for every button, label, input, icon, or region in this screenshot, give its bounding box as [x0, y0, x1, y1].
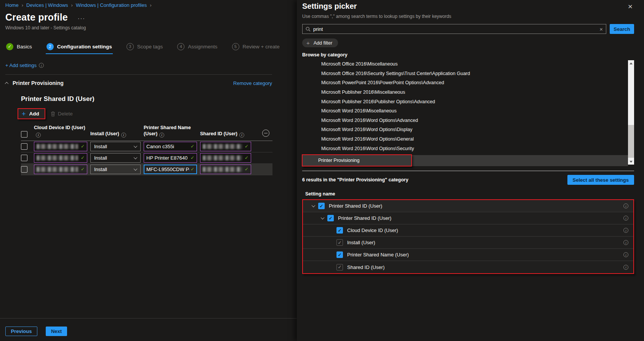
breadcrumb-link-devices-windows[interactable]: Devices | Windows: [26, 2, 68, 8]
clear-search-icon[interactable]: ×: [599, 26, 603, 32]
chevron-down-icon[interactable]: [320, 216, 324, 219]
printer-shared-name-input[interactable]: HP Printer E87640✓: [144, 153, 197, 163]
category-item-microsoft-word-2016-miscellaneous[interactable]: Microsoft Word 2016\Miscellaneous: [302, 106, 634, 116]
valid-check-icon: ✓: [80, 155, 85, 160]
install-cell: Install: [90, 165, 144, 174]
info-icon[interactable]: i: [36, 133, 41, 138]
scrollbar[interactable]: [628, 60, 634, 165]
settings-tree: ✓Printer Shared ID (User)i✓Printer Share…: [302, 199, 634, 274]
close-icon[interactable]: ×: [626, 2, 634, 11]
cloud-device-id-input[interactable]: ✓: [34, 165, 87, 174]
remove-setting-icon[interactable]: [262, 130, 269, 137]
tab-review-create[interactable]: 5Review + create: [231, 43, 280, 54]
category-item-selected[interactable]: Printer Provisioning: [302, 155, 628, 166]
category-item-microsoft-word-2016-word-options-general[interactable]: Microsoft Word 2016\Word Options\General: [302, 134, 634, 144]
previous-button[interactable]: Previous: [5, 327, 37, 336]
add-button-highlight-box: + Add: [18, 108, 45, 119]
install-dropdown[interactable]: Install: [90, 142, 141, 151]
setting-row-install-user-3[interactable]: ✓Install (User)i: [303, 237, 633, 249]
printer-shared-name-input[interactable]: Canon c355i✓: [144, 142, 197, 151]
search-box[interactable]: ×: [302, 24, 606, 34]
scroll-up-button[interactable]: [628, 60, 634, 66]
shared-id-cell: ✓: [200, 165, 254, 174]
overflow-menu-icon[interactable]: ···: [78, 15, 85, 23]
info-icon[interactable]: i: [623, 252, 628, 257]
setting-checkbox[interactable]: ✓: [336, 227, 343, 234]
category-item-microsoft-office-2016-security-settings-[interactable]: Microsoft Office 2016\Security Settings\…: [302, 69, 634, 78]
category-item-microsoft-word-2016-word-options-securit[interactable]: Microsoft Word 2016\Word Options\Securit…: [302, 144, 634, 153]
category-item-microsoft-word-2016-word-options-display[interactable]: Microsoft Word 2016\Word Options\Display: [302, 125, 634, 134]
category-item-microsoft-word-2016-word-options-advance[interactable]: Microsoft Word 2016\Word Options\Advance…: [302, 116, 634, 125]
info-icon[interactable]: i: [121, 133, 126, 138]
cloud-device-id-input[interactable]: ✓: [34, 153, 87, 163]
delete-row-button[interactable]: Delete: [51, 111, 73, 117]
plus-icon: +: [22, 111, 26, 117]
row-checkbox[interactable]: [21, 155, 27, 161]
printer-settings-table: Cloud Device ID (User)iInstall (User)iPr…: [21, 123, 272, 175]
shared-id-input[interactable]: ✓: [200, 165, 251, 174]
shared-id-input[interactable]: ✓: [200, 153, 251, 163]
printer-shared-name-input[interactable]: MFC-L9550CDW Print✓: [144, 165, 197, 174]
category-item-microsoft-publisher-2016-miscellaneous[interactable]: Microsoft Publisher 2016\Miscellaneous: [302, 88, 634, 97]
info-icon[interactable]: i: [623, 216, 628, 221]
install-dropdown[interactable]: Install: [90, 165, 141, 174]
category-item-microsoft-powerpoint-2016-powerpoint-opt[interactable]: Microsoft PowerPoint 2016\PowerPoint Opt…: [302, 78, 634, 88]
select-all-checkbox[interactable]: [21, 131, 27, 138]
select-all-settings-button[interactable]: Select all these settings: [567, 175, 634, 185]
page-title: Create profile: [5, 12, 68, 23]
setting-row-printer-shared-id-user-0[interactable]: ✓Printer Shared ID (User)i: [303, 200, 633, 212]
breadcrumb-link-windows-configuration-profiles[interactable]: Windows | Configuration profiles: [76, 2, 147, 8]
setting-row-shared-id-user-5[interactable]: ✓Shared ID (User)i: [303, 261, 633, 273]
info-icon[interactable]: i: [623, 203, 628, 208]
info-icon[interactable]: i: [159, 133, 164, 138]
setting-checkbox[interactable]: ✓: [327, 215, 334, 221]
redacted-value: [37, 144, 78, 149]
install-cell: Install: [90, 153, 144, 163]
input-value: MFC-L9550CDW Print: [146, 166, 189, 172]
add-filter-button[interactable]: + Add filter: [302, 38, 338, 47]
search-input[interactable]: [313, 26, 597, 32]
setting-checkbox[interactable]: ✓: [318, 203, 325, 209]
row-checkbox[interactable]: [21, 166, 27, 173]
setting-row-cloud-device-id-user-2[interactable]: ✓Cloud Device ID (User)i: [303, 224, 633, 237]
category-item-microsoft-office-2016-miscellaneous[interactable]: Microsoft Office 2016\Miscellaneous: [302, 59, 634, 69]
category-item-microsoft-publisher-2016-publisher-optio[interactable]: Microsoft Publisher 2016\Publisher Optio…: [302, 97, 634, 106]
info-icon[interactable]: i: [623, 240, 628, 245]
wizard-footer: Previous Next: [0, 318, 297, 336]
tab-basics[interactable]: ✓Basics: [5, 43, 33, 54]
remove-category-link[interactable]: Remove category: [233, 80, 272, 86]
setting-row-printer-shared-name-user-4[interactable]: ✓Printer Shared Name (User)i: [303, 249, 633, 261]
scrollbar-thumb[interactable]: [628, 125, 634, 158]
info-icon[interactable]: i: [623, 265, 628, 270]
table-row-3: ✓InstallMFC-L9550CDW Print✓✓: [21, 164, 272, 175]
search-button[interactable]: Search: [610, 24, 634, 34]
info-icon[interactable]: i: [239, 133, 244, 138]
shared-id-input[interactable]: ✓: [200, 142, 251, 151]
scroll-down-button[interactable]: [628, 158, 634, 165]
info-icon[interactable]: i: [623, 228, 628, 233]
tab-assignments[interactable]: 4Assignments: [176, 43, 218, 54]
add-settings-link[interactable]: + Add settings: [5, 62, 37, 68]
chevron-down-icon[interactable]: [311, 203, 315, 207]
redacted-value: [203, 144, 242, 149]
install-dropdown[interactable]: Install: [90, 153, 141, 163]
check-circle-icon: ✓: [6, 43, 13, 50]
printer-shared-name-cell: HP Printer E87640✓: [144, 153, 200, 163]
row-checkbox[interactable]: [21, 143, 27, 150]
add-row-button[interactable]: + Add: [18, 109, 45, 118]
page-subtitle: Windows 10 and later - Settings catalog: [5, 25, 292, 30]
next-button[interactable]: Next: [46, 327, 67, 336]
breadcrumb-link-home[interactable]: Home: [5, 2, 19, 8]
collapse-chevron-icon[interactable]: [5, 82, 9, 85]
setting-row-printer-shared-id-user-1[interactable]: ✓Printer Shared ID (User)i: [303, 212, 633, 224]
cloud-device-id-input[interactable]: ✓: [34, 142, 87, 151]
results-count-text: 6 results in the "Printer Provisioning" …: [302, 177, 409, 183]
info-icon[interactable]: i: [39, 63, 44, 68]
setting-checkbox[interactable]: ✓: [336, 251, 343, 258]
shared-id-cell: ✓: [200, 142, 254, 151]
tab-scope-tags[interactable]: 3Scope tags: [126, 43, 164, 54]
category-section-title: Printer Provisioning: [13, 80, 64, 86]
redacted-value: [203, 155, 242, 160]
step-number-badge: 3: [127, 43, 134, 50]
tab-configuration-settings[interactable]: 2Configuration settings: [46, 43, 113, 54]
